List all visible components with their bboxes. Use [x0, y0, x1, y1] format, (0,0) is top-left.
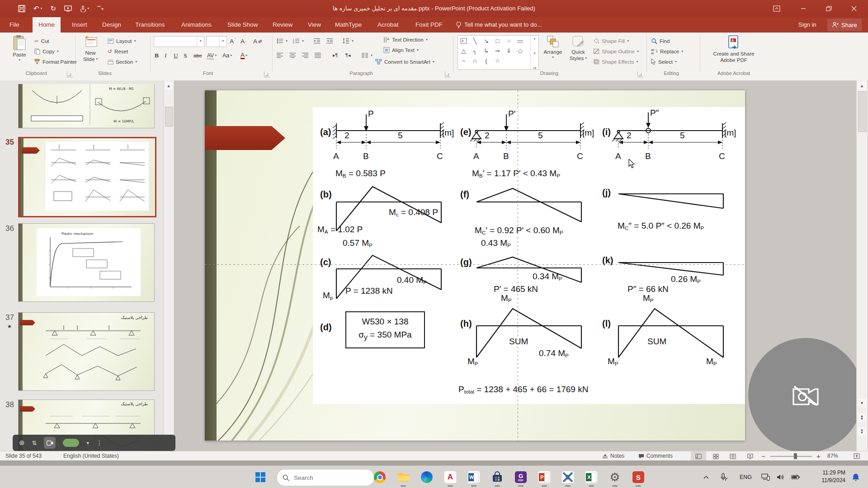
thumbnail-slide-35-selected[interactable] — [18, 137, 156, 217]
taskbar-word-icon[interactable]: W — [465, 468, 483, 486]
shape-down-arrow-icon[interactable]: ⇓ — [503, 46, 514, 56]
shape-star-icon[interactable]: ☆ — [492, 56, 503, 66]
text-direction-button[interactable]: AText Direction▾ — [383, 35, 428, 44]
shape-line-icon[interactable]: ╲ — [469, 36, 481, 46]
shapes-scroll-up-icon[interactable]: ▴ — [534, 37, 536, 40]
recorder-start-button[interactable] — [63, 439, 79, 447]
paste-button[interactable]: Paste▾ — [7, 35, 32, 62]
shape-oval-icon[interactable]: ○ — [503, 36, 514, 46]
tab-insert[interactable]: Insert — [66, 17, 93, 33]
shape-fill-button[interactable]: Shape Fill▾ — [593, 36, 629, 46]
shape-freeform-icon[interactable]: ~ — [458, 56, 469, 66]
thumbnail-slide-36[interactable]: Plastic mechanism — [18, 223, 155, 302]
tab-file[interactable]: File — [4, 17, 25, 33]
taskbar-search-box[interactable] — [277, 469, 374, 486]
shape-arrow-icon[interactable]: ↘ — [481, 36, 492, 46]
close-button[interactable] — [844, 0, 864, 17]
section-button[interactable]: Section▾ — [108, 57, 137, 66]
tray-clock[interactable]: 11:29 PM 11/9/2024 — [806, 469, 845, 485]
taskbar-edge-icon[interactable] — [418, 468, 436, 486]
shape-right-arrow-icon[interactable]: ⇒ — [492, 46, 503, 56]
shapes-gallery-more-icon[interactable]: ≡▾ — [533, 66, 537, 70]
copy-button[interactable]: Copy▾ — [34, 47, 59, 56]
clipboard-dialog-launcher[interactable] — [67, 71, 73, 77]
align-right-button[interactable] — [302, 51, 309, 60]
tab-review[interactable]: Review — [267, 17, 298, 33]
columns-button[interactable]: ▾ — [362, 51, 373, 60]
restore-button[interactable] — [818, 0, 839, 17]
ribbon-display-options-icon[interactable] — [766, 0, 787, 17]
select-button[interactable]: Select▾ — [651, 57, 677, 66]
character-spacing-button[interactable]: AV▾ — [207, 51, 217, 61]
numbering-button[interactable]: 123▾ — [293, 36, 304, 46]
taskbar-sap-icon[interactable]: S — [559, 468, 577, 486]
taskbar-file-explorer-icon[interactable] — [394, 468, 412, 486]
tray-notification-bell-icon[interactable] — [852, 466, 860, 488]
replace-button[interactable]: abacReplace▾ — [651, 47, 683, 56]
shape-rectangle-icon[interactable]: □ — [492, 36, 503, 46]
justify-button[interactable] — [315, 51, 321, 60]
tab-acrobat[interactable]: Acrobat — [372, 17, 405, 33]
tray-battery-icon[interactable] — [791, 466, 800, 488]
recorder-target-icon[interactable]: ⊕ — [19, 439, 25, 447]
screen-recorder-toolbar[interactable]: ⊕ ⇅ ▾ ⋮ — [13, 435, 175, 451]
shape-effects-button[interactable]: Shape Effects▾ — [593, 57, 638, 66]
rtl-text-button[interactable]: ¶◂ — [345, 51, 350, 60]
taskbar-store-icon[interactable] — [488, 468, 506, 486]
zoom-out-button[interactable]: − — [761, 451, 765, 461]
slideshow-view-button[interactable] — [742, 451, 758, 461]
italic-button[interactable]: I — [165, 51, 167, 61]
slide-canvas[interactable]: (a) P 2 5 [m] — [205, 90, 745, 441]
reset-button[interactable]: ↺Reset — [108, 47, 128, 56]
tab-foxit-pdf[interactable]: Foxit PDF — [410, 17, 448, 33]
previous-slide-button[interactable]: ▲▲ — [858, 413, 866, 422]
grow-font-button[interactable]: Aˆ — [230, 36, 236, 46]
notes-button[interactable]: Notes — [602, 451, 624, 461]
slide-counter[interactable]: Slide 35 of 543 — [5, 451, 42, 461]
convert-to-smartart-button[interactable]: Convert to SmartArt▾ — [375, 57, 434, 66]
tab-design[interactable]: Design — [96, 17, 127, 33]
drawing-dialog-launcher[interactable] — [637, 71, 643, 77]
bold-button[interactable]: B — [155, 51, 159, 61]
align-left-button[interactable] — [277, 51, 283, 60]
taskbar-autocad-icon[interactable]: A — [441, 468, 459, 486]
thumbnail-slide-37[interactable]: طراحی پلاستیک — [18, 312, 155, 391]
tab-home[interactable]: Home — [33, 17, 61, 33]
arrange-button[interactable]: Arrange▾ — [541, 35, 565, 59]
shapes-scroll-down-icon[interactable]: ▾ — [534, 52, 536, 55]
tell-me-box[interactable]: Tell me what you want to do... — [456, 17, 542, 33]
shape-brace-icon[interactable]: { — [481, 56, 492, 66]
font-size-dropdown-icon[interactable]: ▾ — [219, 37, 226, 47]
editor-vertical-scrollbar[interactable]: ▲ ▼ ▲▲ ▼▼ — [856, 80, 868, 451]
taskbar-gpdf-icon[interactable]: GPDF — [512, 468, 530, 486]
tray-speaker-icon[interactable] — [777, 466, 785, 488]
font-color-button[interactable]: A▾ — [241, 51, 247, 61]
taskbar-red-s-app-icon[interactable]: S — [629, 468, 647, 486]
recorder-camera-button[interactable] — [44, 437, 56, 449]
strikethrough-button[interactable]: abc — [193, 51, 202, 61]
layout-button[interactable]: Layout▾ — [108, 36, 136, 46]
vertical-drawing-guide[interactable] — [518, 90, 518, 441]
tray-show-hidden-icons[interactable] — [703, 466, 709, 488]
tray-mic-location-icon[interactable] — [720, 466, 728, 488]
scroll-down-icon[interactable]: ▼ — [858, 399, 866, 407]
recorder-more-icon[interactable]: ⋮ — [96, 439, 103, 446]
shape-rounded-rectangle-icon[interactable]: ▭ — [514, 36, 526, 46]
taskbar-powerpoint-icon[interactable]: P — [535, 468, 553, 486]
shapes-gallery[interactable]: A ╲ ↘ □ ○ ▭ △ ┐ ↳ ⇒ ⇓ ◇ ~ ∩ { ☆ ▴ ▾ ≡▾ — [458, 35, 539, 70]
paragraph-dialog-launcher[interactable] — [445, 71, 451, 77]
recorder-dropdown-icon[interactable]: ▾ — [86, 440, 89, 446]
thumbnail-slide-34[interactable]: M = WL/8 - M1 W = 16MP/L — [18, 84, 155, 128]
increase-indent-button[interactable] — [326, 36, 333, 46]
scroll-up-icon[interactable]: ▲ — [858, 81, 866, 90]
shape-parallelogram-icon[interactable]: ◇ — [514, 46, 526, 56]
font-name-dropdown-icon[interactable]: ▾ — [197, 37, 204, 47]
start-button[interactable] — [251, 468, 269, 486]
tab-animations[interactable]: Animations — [175, 17, 217, 33]
slide-sorter-view-button[interactable] — [708, 451, 723, 461]
shape-elbow-arrow-icon[interactable]: ↳ — [481, 46, 492, 56]
taskbar-chrome-icon[interactable] — [371, 468, 389, 486]
reading-view-button[interactable] — [725, 451, 741, 461]
clear-formatting-button[interactable]: A — [253, 36, 262, 46]
next-slide-button[interactable]: ▼▼ — [858, 427, 866, 436]
